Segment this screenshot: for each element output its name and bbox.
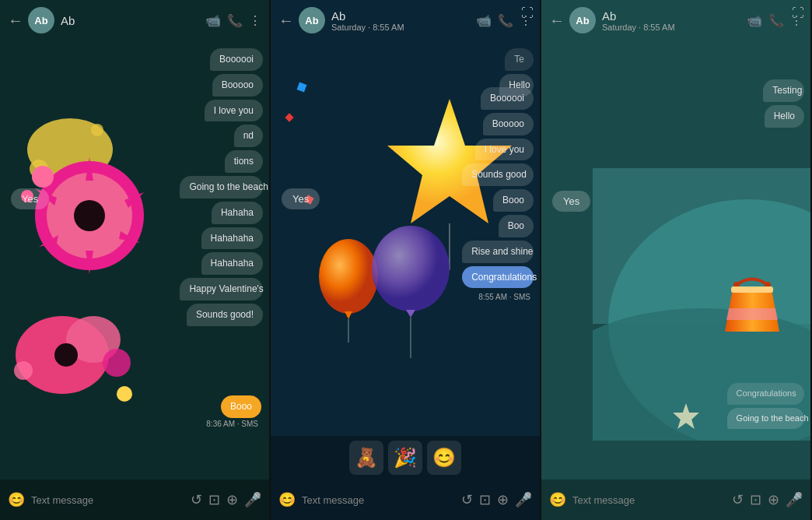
emoji-icon-p3[interactable]: 😊 bbox=[549, 491, 566, 508]
menu-icon-p1[interactable]: ⋮ bbox=[249, 13, 261, 28]
chat-area-p2: Yes Te Hello Boooooi Booooo I love you S… bbox=[271, 40, 540, 436]
svg-marker-23 bbox=[345, 311, 352, 319]
bubble-tions: tions bbox=[225, 150, 263, 173]
phone-icon-p3[interactable]: 📞 bbox=[768, 13, 784, 28]
emoji-icon-p2[interactable]: 😊 bbox=[278, 491, 296, 508]
svg-rect-34 bbox=[731, 286, 773, 293]
yes-badge-p3[interactable]: Yes bbox=[552, 191, 590, 212]
bubble-iloveyou-p1: I love you bbox=[205, 100, 263, 122]
bubble-soundsgood: Sounds good! bbox=[187, 304, 263, 326]
avatar-p2: Ab bbox=[299, 7, 325, 33]
timestamp-p2: 8:55 AM · SMS bbox=[478, 293, 534, 301]
bubble-soundsgood-p2: Sounds good bbox=[462, 163, 534, 186]
bubble-congrats-p3: Congratulations bbox=[727, 383, 804, 404]
video-icon-p2[interactable]: 📹 bbox=[476, 13, 492, 28]
sticker-icon-p3[interactable]: ⊡ bbox=[750, 491, 761, 508]
expand-icon-p3[interactable]: ⛶ bbox=[792, 6, 804, 20]
svg-point-16 bbox=[103, 349, 131, 377]
svg-marker-26 bbox=[406, 310, 415, 318]
header-info-p1: Ab bbox=[61, 14, 205, 27]
bubble-valentine: Happy Valentine's bbox=[180, 278, 263, 300]
bottom-bar-p1: 😊 Text message ↺ ⊡ ⊕ 🎤 bbox=[0, 480, 269, 520]
refresh-icon-p1[interactable]: ↺ bbox=[191, 491, 202, 508]
bubble-hello-p3: Hello bbox=[765, 105, 804, 128]
back-button-p2[interactable]: ← bbox=[278, 12, 294, 30]
sticker-icon-p1[interactable]: ⊡ bbox=[208, 491, 220, 508]
confetti-1 bbox=[297, 83, 307, 93]
yes-badge-p2[interactable]: Yes bbox=[282, 188, 320, 209]
bubble-booooo-p2: Booooo bbox=[483, 113, 534, 135]
refresh-icon-p3[interactable]: ↺ bbox=[732, 491, 744, 508]
bubble-hahahaha2: Hahahaha bbox=[201, 252, 263, 275]
bubble-booo: Booo bbox=[221, 395, 261, 418]
sticker-row-p2: 🧸 🎉 😊 bbox=[271, 436, 540, 480]
sticker-2[interactable]: 🎉 bbox=[388, 441, 422, 475]
bubble-boooooi-p1: Boooooi bbox=[210, 48, 263, 71]
add-icon-p3[interactable]: ⊕ bbox=[768, 491, 779, 508]
panel-2-header: ← Ab Ab Saturday · 8:55 AM 📹 📞 ⋮ ⛶ bbox=[271, 0, 540, 40]
sticker-3[interactable]: 😊 bbox=[427, 441, 461, 475]
avatar-p1: Ab bbox=[28, 7, 54, 33]
bottom-bar-p2: 😊 Text message ↺ ⊡ ⊕ 🎤 bbox=[271, 480, 540, 520]
svg-point-11 bbox=[74, 200, 105, 231]
bubble-boo-p2: Boo bbox=[499, 215, 534, 237]
bubble-congratulations: Congratulations bbox=[462, 266, 534, 289]
mic-icon-p3[interactable]: 🎤 bbox=[786, 491, 803, 508]
header-sub-p2: Saturday · 8:55 AM bbox=[331, 23, 476, 32]
add-icon-p2[interactable]: ⊕ bbox=[497, 491, 509, 508]
bubble-riseshine: Rise and shine bbox=[462, 241, 534, 263]
mic-icon-p2[interactable]: 🎤 bbox=[515, 491, 532, 508]
panel-3: ← Ab Ab Saturday · 8:55 AM 📹 📞 ⋮ ⛶ bbox=[541, 0, 812, 520]
video-icon-p1[interactable]: 📹 bbox=[205, 13, 221, 28]
messages-bottom-p3: Congratulations Going to the beach bbox=[713, 383, 804, 429]
bubble-hahaha: Hahaha bbox=[212, 202, 263, 224]
beach-bucket bbox=[717, 269, 787, 347]
bubble-booo-p2: Booo bbox=[493, 189, 534, 212]
header-sub-p3: Saturday · 8:55 AM bbox=[602, 23, 747, 32]
panel-1: ← Ab Ab 📹 📞 ⋮ bbox=[0, 0, 271, 520]
header-icons-p1: 📹 📞 ⋮ bbox=[205, 13, 261, 28]
virus-shape bbox=[12, 134, 167, 290]
panel-2: ← Ab Ab Saturday · 8:55 AM 📹 📞 ⋮ ⛶ bbox=[271, 0, 541, 520]
phone-icon-p1[interactable]: 📞 bbox=[227, 13, 243, 28]
text-input-p3[interactable]: Text message bbox=[572, 494, 726, 506]
chat-area-p3: Yes Testing Hello Congratulations Going … bbox=[541, 40, 810, 480]
sticker-icon-p2[interactable]: ⊡ bbox=[479, 491, 491, 508]
bubble-hahahaha1: Hahahaha bbox=[201, 227, 263, 250]
contact-name-p1: Ab bbox=[61, 14, 205, 27]
header-info-p2: Ab Saturday · 8:55 AM bbox=[331, 9, 476, 32]
emoji-icon-p1[interactable]: 😊 bbox=[8, 491, 25, 508]
back-button-p1[interactable]: ← bbox=[8, 12, 23, 30]
mic-icon-p1[interactable]: 🎤 bbox=[244, 491, 261, 508]
bubble-goingbeach-p3: Going to the beach bbox=[727, 408, 804, 429]
expand-icon-p2[interactable]: ⛶ bbox=[521, 6, 534, 20]
timestamp-p1: 8:36 AM · SMS bbox=[206, 420, 261, 428]
text-input-p2[interactable]: Text message bbox=[302, 494, 455, 506]
pink-splat bbox=[8, 293, 148, 409]
add-icon-p1[interactable]: ⊕ bbox=[226, 491, 238, 508]
yes-badge-p1[interactable]: Yes bbox=[11, 188, 49, 209]
panel-1-header: ← Ab Ab 📹 📞 ⋮ bbox=[0, 0, 269, 40]
messages-p2: Boooooi Booooo I love you Sounds good Bo… bbox=[450, 87, 534, 301]
refresh-icon-p2[interactable]: ↺ bbox=[461, 491, 473, 508]
panel-3-header: ← Ab Ab Saturday · 8:55 AM 📹 📞 ⋮ ⛶ bbox=[541, 0, 810, 40]
avatar-p3: Ab bbox=[569, 7, 596, 33]
bubble-beach: Going to the beach bbox=[180, 176, 263, 199]
bubble-nd: nd bbox=[234, 125, 263, 147]
svg-point-12 bbox=[32, 166, 54, 188]
bubble-te: Te bbox=[505, 48, 534, 71]
text-input-p1[interactable]: Text message bbox=[31, 494, 184, 506]
phone-icon-p2[interactable]: 📞 bbox=[498, 13, 513, 28]
bubble-booooo-p1: Booooo bbox=[212, 74, 263, 97]
video-icon-p3[interactable]: 📹 bbox=[747, 13, 762, 28]
sticker-1[interactable]: 🧸 bbox=[349, 441, 383, 475]
svg-point-18 bbox=[54, 343, 78, 367]
contact-name-p3: Ab bbox=[602, 9, 747, 23]
svg-point-17 bbox=[14, 361, 33, 380]
back-button-p3[interactable]: ← bbox=[549, 12, 565, 30]
bubble-boooooi-p2: Boooooi bbox=[481, 87, 534, 110]
svg-point-25 bbox=[372, 226, 450, 311]
bubble-iloveyou-p2: I love you bbox=[475, 139, 534, 161]
bottom-bar-p3: 😊 Text message ↺ ⊡ ⊕ 🎤 bbox=[541, 480, 810, 520]
contact-name-p2: Ab bbox=[331, 9, 476, 23]
